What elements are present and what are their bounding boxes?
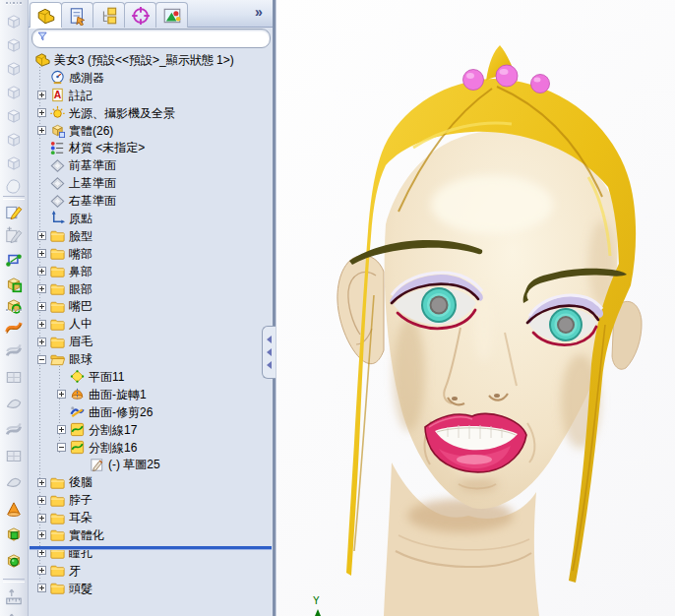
expand-plus-icon[interactable] bbox=[37, 249, 46, 258]
tree-item-mouth-area-folder[interactable]: 嘴部 bbox=[28, 245, 273, 263]
expander-hair-folder[interactable] bbox=[35, 582, 48, 594]
expander-face-shape-folder[interactable] bbox=[35, 229, 48, 242]
tree-item-origin[interactable]: 原點 bbox=[28, 210, 273, 227]
expand-plus-icon[interactable] bbox=[37, 284, 46, 293]
tree-item-split-line16[interactable]: 分割線16 bbox=[28, 439, 273, 457]
expand-plus-icon[interactable] bbox=[37, 302, 46, 311]
tree-item-nose-folder[interactable]: 鼻部 bbox=[28, 263, 273, 280]
panel-overflow-chevron-icon[interactable]: » bbox=[248, 4, 270, 22]
tree-item-solidify-folder[interactable]: 實體化 bbox=[28, 526, 273, 544]
expander-ear-folder[interactable] bbox=[35, 512, 48, 524]
swept-surface-icon[interactable] bbox=[4, 317, 24, 337]
expand-plus-icon[interactable] bbox=[37, 478, 46, 487]
3d-model-head[interactable]: Y bbox=[276, 0, 675, 616]
collapse-minus-icon[interactable] bbox=[57, 443, 66, 452]
toolbar-grip[interactable] bbox=[6, 2, 22, 6]
expand-plus-icon[interactable] bbox=[57, 425, 66, 434]
expander-eyebrow-folder[interactable] bbox=[35, 336, 48, 348]
tree-item-right-plane[interactable]: 右基準面 bbox=[28, 192, 273, 210]
tree-item-philtrum-folder[interactable]: 人中 bbox=[28, 315, 273, 333]
delete-face-icon[interactable] bbox=[4, 551, 24, 571]
expander-eyeball-folder[interactable] bbox=[35, 353, 48, 366]
sketch-3d-icon[interactable] bbox=[4, 226, 24, 246]
replace-face-icon[interactable] bbox=[4, 524, 24, 544]
expand-plus-icon[interactable] bbox=[37, 108, 46, 117]
tree-item-hair-folder[interactable]: 頭髮 bbox=[28, 580, 273, 597]
dimxpertmanager-tab[interactable] bbox=[124, 2, 156, 28]
view-orientation-cube-1-icon[interactable] bbox=[4, 12, 24, 31]
expander-surface-revolve1[interactable] bbox=[55, 388, 68, 400]
displaymanager-tab[interactable] bbox=[155, 2, 188, 28]
toolbar-grip[interactable] bbox=[6, 309, 22, 313]
expander-eye-area-folder[interactable] bbox=[35, 282, 48, 295]
panel-splitter[interactable] bbox=[273, 0, 276, 616]
tree-item-neck-folder[interactable]: 脖子 bbox=[28, 491, 273, 509]
shaded-view-icon[interactable] bbox=[4, 177, 24, 197]
freeform-surface-icon[interactable] bbox=[4, 420, 24, 440]
expand-plus-icon[interactable] bbox=[37, 566, 46, 575]
tree-item-split-line17[interactable]: 分割線17 bbox=[28, 421, 273, 439]
filled-surface-icon[interactable] bbox=[4, 394, 24, 413]
expander-annotations[interactable] bbox=[35, 89, 48, 101]
tree-item-plane11[interactable]: 平面11 bbox=[28, 368, 273, 386]
expander-philtrum-folder[interactable] bbox=[35, 318, 48, 331]
tree-item-teeth-folder[interactable]: 牙 bbox=[28, 562, 273, 580]
measure-icon[interactable] bbox=[4, 587, 24, 607]
propertymanager-tab[interactable] bbox=[61, 2, 93, 28]
rollback-bar[interactable] bbox=[30, 546, 272, 550]
expander-neck-folder[interactable] bbox=[35, 494, 48, 507]
tree-item-root[interactable]: 美女3 (預設<<預設>_顯示狀態 1>) bbox=[28, 51, 273, 69]
expand-plus-icon[interactable] bbox=[37, 320, 46, 329]
panel-collapse-handle[interactable] bbox=[262, 326, 276, 379]
view-orientation-cube-3-icon[interactable] bbox=[4, 59, 24, 79]
tree-item-mouth-folder[interactable]: 嘴巴 bbox=[28, 297, 273, 315]
offset-entities-icon[interactable] bbox=[4, 296, 24, 316]
tree-item-material[interactable]: 材質 <未指定> bbox=[28, 139, 273, 156]
expand-plus-icon[interactable] bbox=[37, 584, 46, 592]
tree-item-annotations[interactable]: A註記 bbox=[28, 87, 273, 104]
expand-plus-icon[interactable] bbox=[37, 496, 46, 505]
expander-split-line17[interactable] bbox=[55, 423, 68, 436]
trim-surface-icon[interactable] bbox=[4, 446, 24, 465]
mass-properties-icon[interactable] bbox=[4, 612, 24, 616]
expander-mouth-folder[interactable] bbox=[35, 300, 48, 313]
tree-item-sketch25[interactable]: (-) 草圖25 bbox=[28, 456, 273, 473]
tree-item-front-plane[interactable]: 前基準面 bbox=[28, 156, 273, 174]
expander-solid-bodies[interactable] bbox=[35, 124, 48, 137]
tree-item-surface-trim26[interactable]: 曲面-修剪26 bbox=[28, 403, 273, 421]
tree-item-solid-bodies[interactable]: 實體(26) bbox=[28, 122, 273, 140]
graphics-viewport[interactable]: Y bbox=[276, 0, 675, 616]
tree-item-back-head-folder[interactable]: 後腦 bbox=[28, 473, 273, 491]
tree-item-sensors[interactable]: 感測器 bbox=[28, 69, 273, 87]
tree-item-eyebrow-folder[interactable]: 眉毛 bbox=[28, 333, 273, 350]
boundary-surface-icon[interactable] bbox=[4, 367, 24, 387]
configurationmanager-tab[interactable] bbox=[92, 2, 125, 28]
move-entities-icon[interactable] bbox=[4, 250, 24, 270]
expand-plus-icon[interactable] bbox=[37, 338, 46, 346]
expander-back-head-folder[interactable] bbox=[35, 476, 48, 489]
tree-item-eye-area-folder[interactable]: 眼部 bbox=[28, 280, 273, 298]
convert-entities-icon[interactable] bbox=[4, 275, 24, 294]
tree-item-eyeball-folder[interactable]: 眼球 bbox=[28, 350, 273, 368]
expand-plus-icon[interactable] bbox=[37, 91, 46, 99]
expander-lights-cameras-scene[interactable] bbox=[35, 106, 48, 119]
tree-item-ear-folder[interactable]: 耳朵 bbox=[28, 509, 273, 526]
tree-item-lights-cameras-scene[interactable]: 光源、攝影機及全景 bbox=[28, 104, 273, 122]
collapse-minus-icon[interactable] bbox=[37, 355, 46, 364]
view-orientation-cube-7-icon[interactable] bbox=[4, 154, 24, 173]
featuremanager-tab[interactable] bbox=[30, 2, 62, 28]
view-orientation-cube-4-icon[interactable] bbox=[4, 83, 24, 102]
sketch-icon[interactable] bbox=[4, 203, 24, 222]
tree-item-surface-revolve1[interactable]: 曲面-旋轉1 bbox=[28, 386, 273, 403]
expand-plus-icon[interactable] bbox=[37, 126, 46, 135]
view-orientation-cube-2-icon[interactable] bbox=[4, 35, 24, 55]
view-orientation-cube-5-icon[interactable] bbox=[4, 106, 24, 126]
expander-solidify-folder[interactable] bbox=[35, 528, 48, 541]
expand-plus-icon[interactable] bbox=[37, 514, 46, 523]
expander-split-line16[interactable] bbox=[55, 441, 68, 454]
expand-plus-icon[interactable] bbox=[57, 390, 66, 399]
untrim-surface-icon[interactable] bbox=[4, 472, 24, 492]
expander-mouth-area-folder[interactable] bbox=[35, 247, 48, 260]
view-orientation-cube-6-icon[interactable] bbox=[4, 130, 24, 150]
tree-filter-input[interactable] bbox=[49, 31, 270, 45]
